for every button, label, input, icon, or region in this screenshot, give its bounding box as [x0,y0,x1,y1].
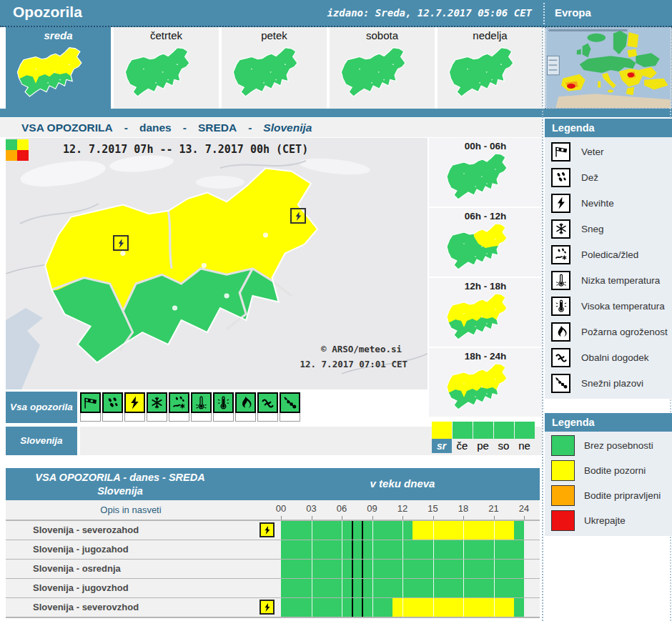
legend-icon-box [551,168,570,187]
storm-icon [554,196,568,210]
time-marker [362,560,363,578]
snow-icon [554,222,568,236]
gridline [402,579,403,597]
day-strip-ce[interactable]: če [452,422,473,453]
legend-icon-box [551,348,570,367]
warnings-header-part: VSA OPOZORILA [21,121,113,134]
time-marker [352,521,353,540]
header-divider [543,3,545,24]
legend-item-label: Poledica/žled [581,249,638,260]
day-strip-sr[interactable]: sr [431,422,452,453]
issued-timestamp: izdano: Sreda, 12.7.2017 05:06 CET [327,7,532,19]
avalanche-icon [554,376,568,390]
tab-petek[interactable]: petek [222,27,327,109]
table-row: Slovenija - jugovzhod [6,578,540,597]
gridline [463,579,464,597]
warning-type-ice[interactable] [169,392,189,413]
slovenia-mini-map [440,292,530,344]
color-legend-header: Legenda [545,413,672,432]
high-temp-icon [216,395,231,410]
icon-legend-header: Legenda [545,119,672,137]
region-link[interactable]: Slovenija - severozahod [6,521,256,540]
legend-item-label: Sneg [581,224,604,234]
fire-icon [554,324,568,339]
warning-type-snow[interactable] [147,392,167,413]
warning-type-rain[interactable] [102,392,123,413]
ice-icon [554,247,568,262]
day-strip-label: so [494,439,514,453]
warning-type-cell-fire [235,392,256,422]
main-warning-map[interactable]: 12. 7.2017 07h -- 13. 7.2017 00h (CET) ©… [6,138,428,389]
hour-label: 06 [332,503,351,514]
legend-item-snow: Sneg [545,216,672,242]
warning-type-coastal[interactable] [257,392,278,413]
color-legend-item: Bodite pripravljeni [545,483,672,508]
warning-type-storm[interactable] [124,392,145,413]
color-legend-item: Bodite pozorni [545,458,672,483]
warning-type-wind[interactable] [80,392,101,413]
day-strip-label: sr [432,439,452,453]
gridline [402,521,403,540]
time-map-06h-12h[interactable]: 06h - 12h [429,208,542,278]
hour-tick [372,516,373,520]
time-map-12h-18h[interactable]: 12h - 18h [429,278,542,348]
legend-icon-box [551,219,570,239]
gridline [433,560,434,578]
gridline [463,598,464,617]
warning-timeline [281,560,524,578]
time-marker [362,598,363,617]
hour-label: 09 [363,503,382,514]
warning-type-high-temp[interactable] [213,392,234,413]
region-link[interactable]: Slovenija - osrednja [6,560,256,578]
color-swatch [551,435,575,456]
warning-type-cell-rain [102,392,123,422]
warning-type-avalanche[interactable] [280,392,300,413]
tab-sreda[interactable]: sreda [6,27,111,109]
slovenija-row-label: Slovenija [6,427,77,455]
map-validity-period: 12. 7.2017 07h -- 13. 7.2017 00h (CET) [63,143,308,156]
gridline [372,598,373,617]
legend-item-high-temp: Visoka temperatura [545,293,672,319]
gridline [463,540,464,559]
tab-label: četrtek [114,27,219,44]
region-link[interactable]: Slovenija - jugozahod [6,540,256,559]
slovenia-mini-map [440,222,530,274]
gridline [433,579,434,597]
region-link[interactable]: Slovenija - jugovzhod [6,579,256,597]
gridline [342,521,342,540]
slovenia-mini-map [13,45,104,102]
day-strip-so[interactable]: so [493,422,514,453]
time-map-label: 06h - 12h [429,208,542,222]
hour-tick [463,516,464,520]
day-strip-pe[interactable]: pe [473,422,493,453]
gridline [312,560,312,578]
arso-warnings-page: Opozorila izdano: Sreda, 12.7.2017 05:06… [0,0,672,621]
gridline [433,521,434,540]
time-map-00h-06h[interactable]: 00h - 06h [429,138,542,208]
tab-nedelja[interactable]: nedelja [438,27,543,109]
europe-map-thumbnail[interactable] [545,27,672,109]
table-header: VSA OPOZORILA - danes - SREDA Slovenija … [6,468,540,500]
day-strip-ne[interactable]: ne [514,422,535,453]
tab-cetrtek[interactable]: četrtek [114,27,219,109]
day-strip-color [515,422,535,439]
fire-icon [238,395,253,410]
warning-type-fire[interactable] [235,392,256,413]
chip-red [17,150,29,161]
table-region-title: Slovenija [6,485,234,497]
region-link[interactable]: Slovenija - severovzhod [6,598,256,617]
time-map-18h-24h[interactable]: 18h - 24h [429,348,542,418]
europe-section-label[interactable]: Evropa [555,6,591,19]
legend-item-label: Obalni dogodek [581,352,649,363]
day-strip-color [473,422,493,439]
wind-icon [554,144,568,159]
legend-icon-box [551,271,570,290]
warning-type-cell-avalanche [280,392,300,422]
color-swatch [551,460,575,481]
tab-sobota[interactable]: sobota [330,27,435,109]
warning-segment [514,521,524,540]
low-temp-icon [194,395,209,410]
vertical-dotted-separator [542,27,543,621]
day-strip-label: ne [515,439,535,453]
warning-type-low-temp[interactable] [191,392,212,413]
